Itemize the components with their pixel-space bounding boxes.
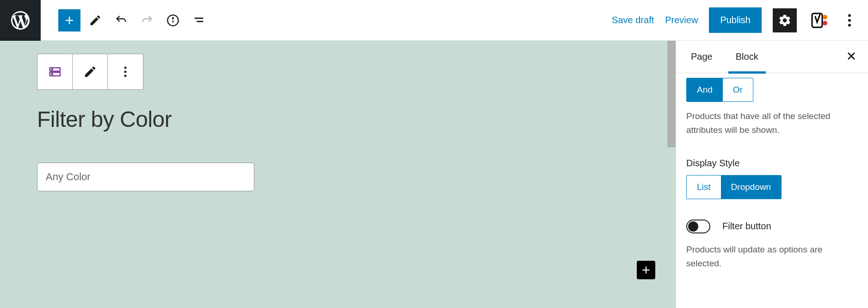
display-list-button[interactable]: List: [687, 176, 721, 199]
scrollbar[interactable]: [667, 41, 676, 147]
svg-point-8: [823, 15, 827, 19]
svg-point-18: [124, 71, 127, 73]
query-type-group: And Or: [686, 78, 753, 102]
wordpress-logo[interactable]: [0, 0, 41, 41]
svg-point-16: [51, 74, 53, 75]
settings-button[interactable]: [773, 8, 797, 32]
block-title[interactable]: Filter by Color: [37, 107, 639, 132]
outline-icon[interactable]: [188, 9, 210, 31]
svg-point-17: [124, 67, 127, 69]
block-type-icon[interactable]: [37, 54, 73, 89]
query-and-button[interactable]: And: [687, 78, 723, 101]
svg-point-4: [172, 18, 173, 19]
publish-button[interactable]: Publish: [709, 7, 762, 33]
svg-point-11: [848, 19, 851, 22]
svg-point-15: [51, 69, 53, 70]
add-block-fab[interactable]: [637, 261, 655, 279]
block-toolbar: [37, 54, 143, 90]
filter-button-label: Filter button: [722, 221, 771, 232]
yoast-icon[interactable]: [808, 9, 830, 31]
block-more-icon[interactable]: [108, 54, 143, 89]
svg-point-10: [848, 14, 851, 17]
save-draft-button[interactable]: Save draft: [612, 15, 654, 25]
query-or-button[interactable]: Or: [723, 78, 753, 101]
more-options-icon[interactable]: [841, 9, 858, 31]
undo-icon[interactable]: [110, 9, 132, 31]
edit-icon[interactable]: [84, 9, 106, 31]
editor-canvas[interactable]: Filter by Color Any Color: [0, 41, 676, 308]
dropdown-placeholder: Any Color: [46, 171, 91, 183]
svg-point-9: [823, 21, 827, 25]
close-icon[interactable]: [845, 50, 858, 64]
svg-point-19: [124, 75, 127, 77]
color-dropdown[interactable]: Any Color: [37, 163, 254, 191]
redo-icon: [136, 9, 158, 31]
display-style-label: Display Style: [686, 158, 858, 169]
filter-button-helper: Products will update as options are sele…: [686, 243, 858, 271]
add-block-button[interactable]: [58, 9, 80, 31]
tab-block[interactable]: Block: [731, 41, 763, 73]
tab-page[interactable]: Page: [686, 41, 717, 73]
preview-button[interactable]: Preview: [665, 15, 698, 25]
svg-point-12: [848, 24, 851, 26]
query-type-helper: Products that have all of the selected a…: [686, 109, 858, 138]
filter-button-toggle[interactable]: [686, 220, 710, 233]
display-dropdown-button[interactable]: Dropdown: [721, 176, 782, 199]
info-icon[interactable]: [162, 9, 184, 31]
display-style-group: List Dropdown: [686, 175, 782, 199]
edit-block-icon[interactable]: [73, 54, 108, 89]
